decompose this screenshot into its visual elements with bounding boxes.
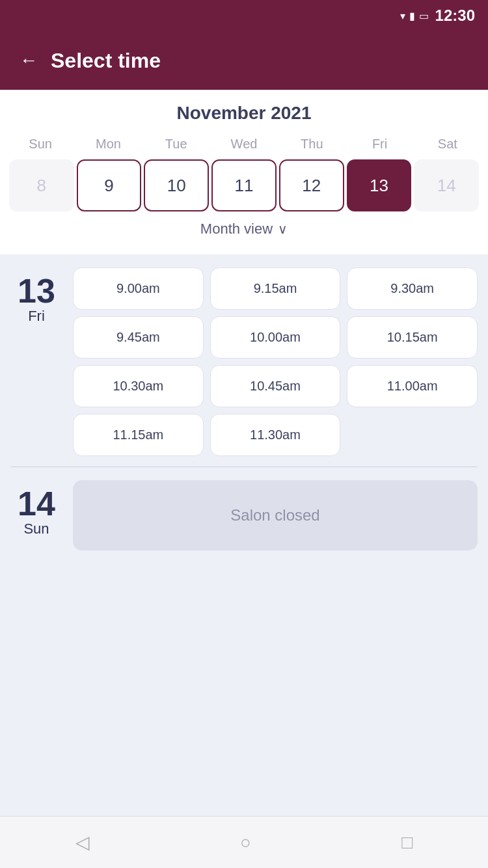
- date-14: 14: [414, 159, 479, 211]
- time-slot-1000am[interactable]: 10.00am: [210, 316, 341, 359]
- time-slot-1030am[interactable]: 10.30am: [73, 365, 204, 407]
- date-13[interactable]: 13: [347, 159, 412, 211]
- day-name-14: Sun: [23, 521, 49, 537]
- time-section: 13 Fri 9.00am 9.15am 9.30am 9.45am 10.00…: [0, 254, 488, 816]
- day-label-13: 13 Fri: [10, 267, 62, 456]
- back-button[interactable]: ←: [20, 50, 38, 71]
- month-view-label: Month view: [200, 221, 273, 237]
- date-11[interactable]: 11: [211, 159, 277, 211]
- weekday-row: Sun Mon Tue Wed Thu Fri Sat: [7, 134, 481, 154]
- day-name-13: Fri: [28, 308, 45, 325]
- nav-recent-button[interactable]: □: [388, 826, 426, 860]
- date-8: 8: [9, 159, 74, 211]
- status-bar: ▾ ▮ ▭ 12:30: [0, 0, 488, 31]
- weekday-tue: Tue: [142, 134, 210, 154]
- day-label-14: 14 Sun: [10, 480, 62, 550]
- weekday-sat: Sat: [414, 134, 481, 154]
- time-slot-1100am[interactable]: 11.00am: [347, 365, 478, 407]
- weekday-sun: Sun: [7, 134, 74, 154]
- day-block-13: 13 Fri 9.00am 9.15am 9.30am 9.45am 10.00…: [10, 267, 478, 456]
- date-9[interactable]: 9: [77, 159, 142, 211]
- weekday-wed: Wed: [210, 134, 278, 154]
- time-slot-1015am[interactable]: 10.15am: [347, 316, 478, 359]
- time-slot-900am[interactable]: 9.00am: [73, 267, 204, 310]
- battery-icon: ▭: [419, 10, 429, 22]
- salon-closed-block: Salon closed: [73, 480, 478, 550]
- time-slot-945am[interactable]: 9.45am: [73, 316, 204, 359]
- day-block-14: 14 Sun Salon closed: [10, 480, 478, 550]
- weekday-thu: Thu: [278, 134, 346, 154]
- nav-bar: ◁ ○ □: [0, 816, 488, 868]
- date-row: 8 9 10 11 12 13 14: [7, 159, 481, 211]
- time-slot-1115am[interactable]: 11.15am: [73, 414, 204, 456]
- calendar-section: November 2021 Sun Mon Tue Wed Thu Fri Sa…: [0, 90, 488, 254]
- divider: [10, 467, 478, 467]
- chevron-down-icon: ∨: [278, 221, 288, 237]
- time-slot-915am[interactable]: 9.15am: [210, 267, 341, 310]
- date-10[interactable]: 10: [144, 159, 209, 211]
- time-grid-13: 9.00am 9.15am 9.30am 9.45am 10.00am 10.1…: [73, 267, 478, 456]
- header: ← Select time: [0, 31, 488, 90]
- day-number-14: 14: [18, 487, 55, 521]
- weekday-fri: Fri: [346, 134, 413, 154]
- weekday-mon: Mon: [74, 134, 142, 154]
- time-slot-930am[interactable]: 9.30am: [347, 267, 478, 310]
- month-view-toggle[interactable]: Month view ∨: [7, 211, 481, 241]
- date-12[interactable]: 12: [279, 159, 344, 211]
- day-number-13: 13: [18, 274, 55, 308]
- salon-closed-text: Salon closed: [230, 506, 319, 524]
- nav-back-button[interactable]: ◁: [62, 825, 103, 860]
- status-time: 12:30: [435, 7, 475, 25]
- nav-home-button[interactable]: ○: [227, 826, 264, 860]
- wifi-icon: ▾: [400, 10, 405, 22]
- time-slot-1045am[interactable]: 10.45am: [210, 365, 341, 407]
- status-icons: ▾ ▮ ▭: [400, 10, 429, 22]
- month-title: November 2021: [7, 103, 481, 124]
- time-slot-1130am[interactable]: 11.30am: [210, 414, 341, 456]
- signal-icon: ▮: [409, 10, 415, 22]
- page-title: Select time: [51, 49, 161, 73]
